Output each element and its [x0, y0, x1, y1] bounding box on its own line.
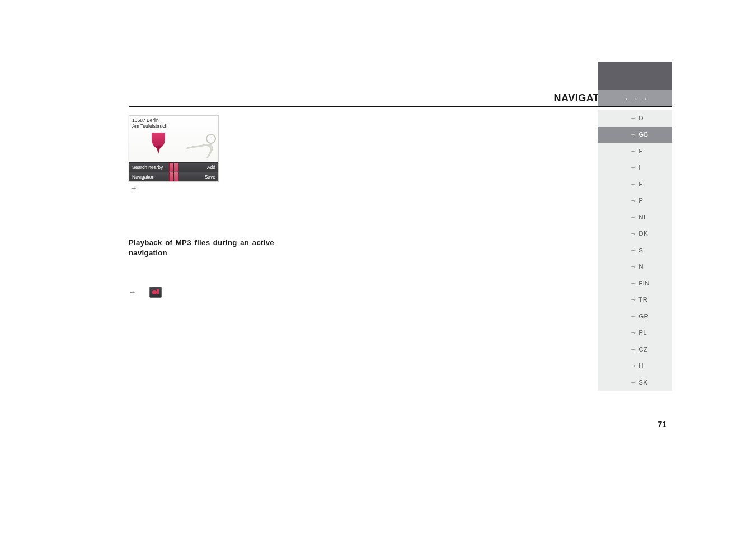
- screenshot-button-row-1: Search nearby Add: [129, 162, 218, 172]
- lang-code: SK: [638, 379, 647, 386]
- lang-code: CZ: [638, 346, 647, 353]
- arrow-right-icon: →: [630, 263, 637, 270]
- lang-code: PL: [638, 329, 647, 336]
- search-nearby-button[interactable]: Search nearby: [129, 162, 174, 172]
- lang-code: GB: [638, 131, 648, 138]
- lang-code: D: [638, 115, 644, 121]
- arrow-right-icon: →: [630, 163, 637, 171]
- mp3-player-icon: [149, 287, 162, 298]
- lang-item-gr[interactable]: →GR: [598, 308, 672, 325]
- lang-code: H: [638, 362, 644, 369]
- page: NAVIGATIONAL MODE →→→ 13587 Berlin Am Te…: [0, 0, 756, 534]
- lang-item-cz[interactable]: →CZ: [598, 341, 672, 358]
- lang-code: P: [638, 197, 643, 204]
- lang-item-h[interactable]: →H: [598, 358, 672, 374]
- figure-reference-arrow: →: [130, 184, 358, 192]
- lang-code: TR: [638, 296, 647, 303]
- arrow-right-icon: →: [630, 130, 637, 138]
- map-circle-icon: [206, 134, 216, 144]
- lang-item-nl[interactable]: →NL: [598, 209, 672, 226]
- arrow-right-icon: →: [630, 279, 637, 287]
- arrow-right-icon: →: [630, 196, 637, 204]
- arrow-right-icon: →: [630, 329, 637, 336]
- lang-item-gb[interactable]: →GB: [598, 127, 672, 143]
- map-pin-icon: [152, 133, 165, 155]
- lang-item-i[interactable]: →I: [598, 160, 672, 176]
- lang-code: E: [638, 181, 643, 188]
- lang-item-f[interactable]: →F: [598, 143, 672, 160]
- lang-code: NL: [638, 214, 647, 221]
- screenshot-address: 13587 Berlin Am Teufelsbruch: [129, 116, 218, 132]
- lang-code: I: [638, 164, 641, 171]
- bullet-arrow-icon: →: [129, 288, 136, 296]
- lang-code: FIN: [638, 280, 649, 287]
- arrow-right-icon: →: [630, 229, 637, 237]
- screenshot-address-line2: Am Teufelsbruch: [132, 124, 215, 129]
- lang-code: F: [638, 148, 642, 154]
- content-column: 13587 Berlin Am Teufelsbruch Search near…: [129, 112, 358, 298]
- arrow-right-icon: →: [630, 312, 637, 320]
- lang-item-d[interactable]: →D: [598, 110, 672, 127]
- header-arrows: →→→: [598, 90, 672, 106]
- device-screenshot: 13587 Berlin Am Teufelsbruch Search near…: [129, 115, 219, 182]
- corner-block: [598, 62, 672, 90]
- lang-item-p[interactable]: →P: [598, 193, 672, 209]
- bullet-row: →: [129, 287, 358, 298]
- lang-code: GR: [638, 313, 649, 320]
- arrow-right-icon: →: [630, 378, 637, 386]
- arrow-right-icon: →: [630, 362, 637, 369]
- language-sidebar: →D→GB→F→I→E→P→NL→DK→S→N→FIN→TR→GR→PL→CZ→…: [598, 110, 672, 391]
- lang-code: N: [638, 263, 644, 270]
- lang-item-pl[interactable]: →PL: [598, 325, 672, 341]
- lang-item-s[interactable]: →S: [598, 242, 672, 259]
- page-number: 71: [658, 420, 666, 429]
- arrow-right-icon: →: [630, 296, 637, 303]
- arrow-right-icon: →: [630, 180, 637, 188]
- add-button[interactable]: Add: [174, 162, 218, 172]
- lang-item-sk[interactable]: →SK: [598, 374, 672, 391]
- page-header: NAVIGATIONAL MODE: [129, 90, 672, 107]
- arrow-right-icon: →: [630, 246, 637, 254]
- lang-item-n[interactable]: →N: [598, 259, 672, 275]
- arrow-right-icon: →: [630, 114, 637, 122]
- navigation-button[interactable]: Navigation: [129, 172, 174, 181]
- arrow-right-icon: →: [630, 147, 637, 155]
- save-button[interactable]: Save: [174, 172, 218, 181]
- arrow-right-icon: →: [630, 345, 637, 353]
- screenshot-map: [129, 132, 218, 162]
- arrow-right-icon: →: [630, 213, 637, 221]
- screenshot-button-row-2: Navigation Save: [129, 172, 218, 181]
- section-heading: Playback of MP3 files during an active n…: [129, 238, 274, 259]
- lang-item-tr[interactable]: →TR: [598, 292, 672, 308]
- lang-code: S: [638, 247, 643, 254]
- lang-item-e[interactable]: →E: [598, 176, 672, 193]
- map-road-icon: [179, 142, 217, 162]
- lang-code: DK: [638, 230, 648, 237]
- lang-item-fin[interactable]: →FIN: [598, 275, 672, 292]
- lang-item-dk[interactable]: →DK: [598, 226, 672, 242]
